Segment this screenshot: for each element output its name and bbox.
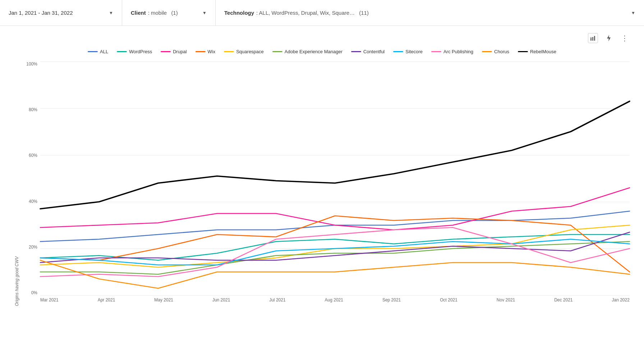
y-tick: 60% bbox=[29, 153, 37, 158]
x-tick: Dec 2021 bbox=[554, 297, 572, 302]
legend-item: ALL bbox=[88, 49, 108, 54]
y-axis: 100%80%60%40%20%0% bbox=[22, 62, 40, 295]
date-filter-button[interactable]: Jan 1, 2021 - Jan 31, 2022 ▼ bbox=[0, 0, 122, 26]
legend-item: Chorus bbox=[482, 49, 509, 54]
tech-chevron-icon: ▼ bbox=[631, 10, 635, 15]
client-filter-text: Client: mobile (1) bbox=[131, 10, 178, 16]
legend-item: RebelMouse bbox=[518, 49, 556, 54]
x-tick: Jan 2022 bbox=[612, 297, 629, 302]
x-tick: May 2021 bbox=[154, 297, 173, 302]
y-tick: 100% bbox=[26, 62, 37, 67]
legend-item: Adobe Experience Manager bbox=[272, 49, 342, 54]
legend-item: Sitecore bbox=[393, 49, 423, 54]
x-axis: Mar 2021Apr 2021May 2021Jun 2021Jul 2021… bbox=[40, 295, 630, 306]
x-tick: Apr 2021 bbox=[98, 297, 115, 302]
y-tick: 20% bbox=[29, 245, 37, 250]
legend-item: Drupal bbox=[161, 49, 187, 54]
y-tick: 40% bbox=[29, 199, 37, 204]
x-tick: Sep 2021 bbox=[382, 297, 401, 302]
svg-rect-0 bbox=[590, 38, 592, 41]
legend-item: Contentful bbox=[351, 49, 385, 54]
client-chevron-icon: ▼ bbox=[202, 10, 207, 15]
chart-area: ⋮ ALLWordPressDrupalWixSquarespaceAdobe … bbox=[0, 26, 644, 313]
x-tick: Nov 2021 bbox=[497, 297, 515, 302]
legend-item: Squarespace bbox=[224, 49, 264, 54]
x-tick: Mar 2021 bbox=[40, 297, 59, 302]
tech-filter-button[interactable]: Technology: ALL, WordPress, Drupal, Wix,… bbox=[216, 0, 644, 26]
svg-rect-2 bbox=[594, 36, 595, 41]
date-chevron-icon: ▼ bbox=[109, 10, 113, 15]
top-bar: Jan 1, 2021 - Jan 31, 2022 ▼ Client: mob… bbox=[0, 0, 644, 26]
chart-container: Origins having good CWV 100%80%60%40%20%… bbox=[14, 62, 630, 306]
x-tick: Jul 2021 bbox=[269, 297, 285, 302]
legend-item: WordPress bbox=[117, 49, 152, 54]
y-tick: 80% bbox=[29, 107, 37, 112]
legend-item: Arc Publishing bbox=[431, 49, 473, 54]
svg-point-3 bbox=[590, 37, 592, 38]
x-tick: Aug 2021 bbox=[325, 297, 343, 302]
svg-rect-1 bbox=[592, 37, 593, 41]
client-filter-button[interactable]: Client: mobile (1) ▼ bbox=[122, 0, 216, 26]
chart-legend: ALLWordPressDrupalWixSquarespaceAdobe Ex… bbox=[14, 49, 630, 54]
legend-item: Wix bbox=[196, 49, 216, 54]
date-filter-value: Jan 1, 2021 - Jan 31, 2022 bbox=[9, 10, 73, 16]
chart-inner: 100%80%60%40%20%0% Mar 2021Apr 2021May 2… bbox=[22, 62, 630, 306]
lightning-icon[interactable] bbox=[604, 33, 614, 43]
svg-marker-4 bbox=[607, 35, 611, 41]
y-axis-label: Origins having good CWV bbox=[14, 62, 19, 306]
x-tick: Oct 2021 bbox=[440, 297, 457, 302]
chart-type-icon[interactable] bbox=[588, 33, 598, 43]
chart-plot bbox=[40, 62, 630, 295]
tech-filter-text: Technology: ALL, WordPress, Drupal, Wix,… bbox=[224, 10, 369, 16]
more-options-icon[interactable]: ⋮ bbox=[620, 33, 630, 43]
y-tick: 0% bbox=[31, 290, 37, 295]
x-tick: Jun 2021 bbox=[212, 297, 230, 302]
toolbar: ⋮ bbox=[14, 33, 630, 43]
